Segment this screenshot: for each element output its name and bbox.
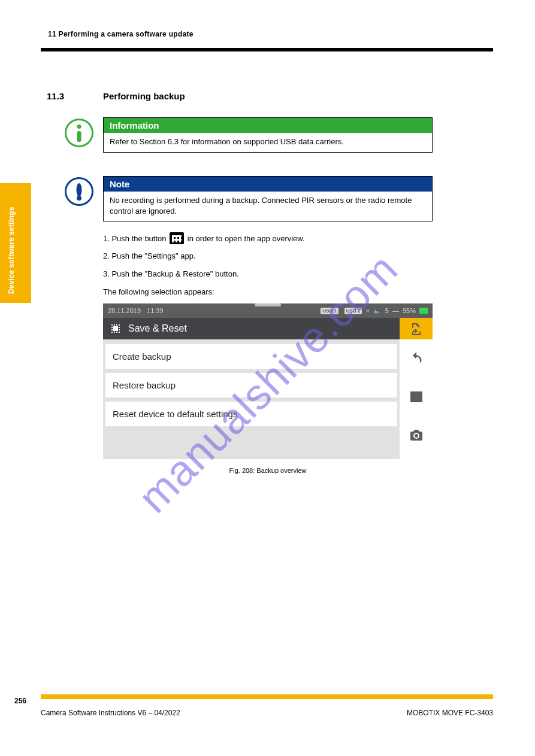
info-callout: Information Refer to Section 6.3 for inf…	[103, 117, 433, 153]
svg-rect-6	[418, 398, 421, 400]
section-number: 11.3	[47, 91, 64, 101]
camera-button[interactable]	[400, 416, 433, 454]
page-number: 256	[14, 697, 26, 705]
svg-rect-5	[415, 398, 418, 400]
chapter-tab-label: Device software settings	[7, 207, 16, 294]
step-2: 2. Push the "Settings" app.	[103, 250, 433, 262]
svg-rect-1	[412, 396, 415, 397]
svg-rect-4	[412, 398, 415, 400]
step-1-pre: 1. Push the button	[103, 234, 168, 243]
section-title: Performing backup	[103, 91, 185, 101]
embedded-screenshot: 28.11.2019 11:39 USB 1 USB 2 × 🔈5 — 95% …	[103, 303, 433, 459]
screen-header: Save & Reset	[103, 318, 433, 339]
page-header: 11 Performing a camera software update	[48, 30, 194, 38]
grid-button[interactable]	[400, 378, 433, 416]
grid-icon	[170, 232, 184, 244]
step-1-post: in order to open the app overview.	[188, 234, 305, 243]
row-reset-device[interactable]: Reset device to default settings	[105, 402, 397, 427]
note-callout: Note No recording is performed during a …	[103, 176, 433, 221]
header-rule	[41, 48, 493, 51]
battery-pct: 95%	[403, 307, 416, 314]
step-1: 1. Push the button in order to open the …	[103, 232, 433, 245]
status-vol: 5	[385, 307, 389, 314]
figure-caption: Fig. 208: Backup overview	[103, 467, 433, 474]
usb1-badge: USB 1	[321, 308, 338, 314]
info-icon	[65, 119, 93, 147]
settings-list: Create backup Restore backup Reset devic…	[103, 339, 400, 427]
footer-bar	[41, 694, 493, 699]
screen-sidebar	[400, 318, 433, 459]
svg-rect-3	[418, 396, 421, 397]
svg-rect-2	[415, 396, 418, 397]
screen-title: Save & Reset	[128, 323, 311, 334]
export-button[interactable]	[400, 318, 433, 339]
status-x: ×	[365, 307, 369, 314]
usb2-badge: USB 2	[344, 308, 362, 314]
status-icons: USB 1 USB 2 × 🔈5 — 95%	[318, 307, 428, 315]
cpu-icon	[109, 322, 122, 335]
step-3: 3. Push the "Backup & Restore" button.	[103, 268, 433, 280]
row-create-backup[interactable]: Create backup	[105, 344, 397, 369]
chapter-tab: Device software settings	[0, 183, 31, 303]
note-callout-head: Note	[104, 177, 432, 192]
footer-right: MOBOTIX MOVE FC-3403	[407, 709, 493, 717]
drag-handle-icon	[255, 303, 281, 306]
info-callout-body: Refer to Section 6.3 for information on …	[104, 133, 432, 152]
info-callout-head: Information	[104, 118, 432, 133]
back-button[interactable]	[400, 339, 433, 378]
note-icon	[65, 177, 93, 206]
row-restore-backup[interactable]: Restore backup	[105, 373, 397, 398]
status-date: 28.11.2019	[108, 307, 141, 314]
footer-left: Camera Software Instructions V6 – 04/202…	[41, 709, 180, 717]
battery-icon	[419, 308, 428, 314]
step-4: The following selection appears:	[103, 286, 433, 298]
status-bar: 28.11.2019 11:39 USB 1 USB 2 × 🔈5 — 95%	[103, 303, 433, 318]
status-time: 11:39	[147, 307, 164, 314]
note-callout-body: No recording is performed during a backu…	[104, 192, 432, 221]
